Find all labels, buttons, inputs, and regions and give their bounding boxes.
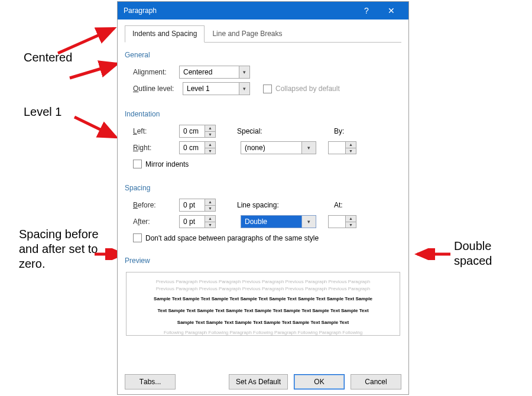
line-spacing-select[interactable]: Double ▾ (241, 215, 316, 228)
tabs-button[interactable]: Tabs... (125, 374, 176, 389)
section-general: General (125, 51, 401, 60)
at-label: At: (334, 201, 352, 209)
tabs: Indents and Spacing Line and Page Breaks (125, 25, 401, 43)
arrow-icon (414, 248, 455, 260)
arrow-icon (52, 24, 123, 59)
section-preview: Preview (125, 257, 401, 266)
cancel-button[interactable]: Cancel (351, 374, 401, 389)
dont-add-space-label: Don't add space between paragraphs of th… (145, 234, 319, 242)
collapsed-label: Collapsed by default (275, 85, 340, 93)
indent-left-spinner[interactable]: ▲▼ (179, 125, 216, 138)
dialog-title: Paragraph (124, 7, 157, 15)
svg-line-3 (70, 64, 117, 78)
spinner-buttons[interactable]: ▲▼ (205, 125, 215, 137)
alignment-label: Alignment: (133, 68, 176, 76)
svg-line-5 (74, 117, 116, 137)
ok-button[interactable]: OK (294, 374, 345, 389)
special-value[interactable] (241, 142, 301, 154)
chevron-down-icon[interactable]: ▾ (239, 83, 249, 95)
indent-left-label: Left: (133, 127, 176, 135)
tab-line-and-page-breaks[interactable]: Line and Page Breaks (205, 25, 290, 43)
special-select[interactable]: ▾ (241, 141, 316, 154)
set-as-default-button[interactable]: Set As Default (229, 374, 288, 389)
special-label: Special: (237, 127, 286, 135)
spinner-buttons[interactable]: ▲▼ (205, 142, 215, 154)
section-spacing: Spacing (125, 184, 401, 193)
help-icon[interactable]: ? (354, 6, 379, 15)
mirror-indents-label: Mirror indents (145, 160, 189, 168)
indent-left-value[interactable] (180, 125, 205, 137)
at-value[interactable] (329, 216, 345, 228)
by-label: By: (334, 127, 352, 135)
spacing-before-label: Before: (133, 201, 176, 209)
spacing-before-spinner[interactable]: ▲▼ (179, 199, 216, 212)
spacing-after-spinner[interactable]: ▲▼ (179, 215, 216, 228)
titlebar: Paragraph ? ✕ (118, 2, 408, 20)
by-spinner[interactable]: ▲▼ (328, 141, 356, 154)
annotation-level1: Level 1 (24, 105, 62, 119)
tab-indents-and-spacing[interactable]: Indents and Spacing (125, 25, 205, 43)
spinner-buttons[interactable]: ▲▼ (205, 216, 215, 228)
spacing-after-value[interactable] (180, 216, 205, 228)
chevron-down-icon[interactable]: ▾ (239, 66, 249, 78)
svg-line-1 (58, 28, 114, 53)
by-value[interactable] (329, 142, 345, 154)
spinner-buttons[interactable]: ▲▼ (345, 216, 356, 228)
preview-pane: Previous Paragraph Previous Paragraph Pr… (126, 272, 400, 336)
section-indentation: Indentation (125, 110, 401, 119)
dont-add-space-checkbox[interactable]: Don't add space between paragraphs of th… (133, 233, 401, 242)
alignment-select[interactable]: ▾ (179, 66, 250, 79)
spacing-after-label: After: (133, 218, 176, 226)
line-spacing-label: Line spacing: (237, 201, 286, 209)
indent-right-spinner[interactable]: ▲▼ (179, 141, 216, 154)
buttonbar: Tabs... Set As Default OK Cancel (118, 369, 408, 394)
spacing-before-value[interactable] (180, 199, 205, 211)
outline-level-select[interactable]: ▾ (183, 82, 250, 95)
indent-right-value[interactable] (180, 142, 205, 154)
outline-level-label: Outline level: (133, 85, 179, 93)
outline-level-value[interactable] (183, 83, 239, 95)
at-spinner[interactable]: ▲▼ (328, 215, 356, 228)
alignment-value[interactable] (180, 66, 239, 78)
mirror-indents-checkbox[interactable]: Mirror indents (133, 160, 401, 168)
collapsed-by-default-checkbox: Collapsed by default (263, 85, 340, 93)
line-spacing-value: Double (241, 216, 301, 228)
spinner-buttons[interactable]: ▲▼ (345, 142, 356, 154)
chevron-down-icon[interactable]: ▾ (301, 216, 316, 228)
close-icon[interactable]: ✕ (379, 6, 404, 15)
paragraph-dialog: Paragraph ? ✕ Indents and Spacing Line a… (117, 1, 409, 395)
arrow-icon (70, 112, 123, 142)
spinner-buttons[interactable]: ▲▼ (205, 199, 215, 211)
indent-right-label: Right: (133, 144, 176, 152)
annotation-double-spaced: Double spaced (454, 239, 525, 268)
chevron-down-icon[interactable]: ▾ (301, 142, 316, 154)
arrow-icon (65, 59, 124, 83)
